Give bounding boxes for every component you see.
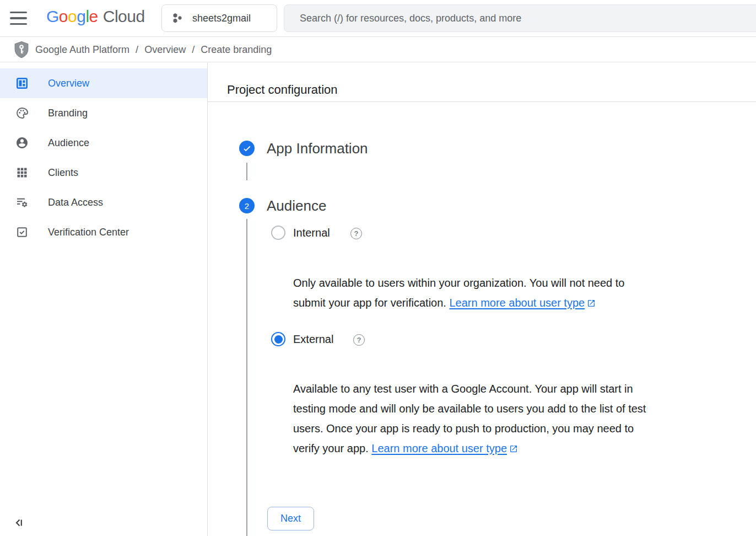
auth-platform-shield-icon [13,41,30,59]
sidebar-item-branding[interactable]: Branding [0,98,207,128]
project-name: sheets2gmail [192,13,251,24]
external-radio-label[interactable]: External [293,333,333,346]
help-glyph: ? [357,336,361,344]
account-icon [15,136,29,149]
external-radio-button[interactable] [271,332,285,346]
internal-description: Only available to users within your orga… [293,273,650,314]
step2-number: 2 [245,201,249,211]
next-button[interactable]: Next [267,507,314,530]
palette-icon [15,106,29,120]
sidebar-item-data-access[interactable]: Data Access [0,187,207,217]
project-hexagons-icon [171,12,184,25]
step2-title: Audience [267,197,326,215]
breadcrumb: Google Auth Platform / Overview / Create… [0,37,756,62]
logo-letter: e [89,7,98,26]
logo-letter: G [46,7,59,26]
menu-icon[interactable] [10,12,27,25]
sidebar: Overview Branding Audience [0,63,208,536]
step-connector [246,219,247,536]
page-title: Project configuration [227,83,338,97]
external-help-icon[interactable]: ? [353,334,365,346]
sidebar-item-label: Branding [48,108,88,119]
search-bar [284,4,756,32]
sidebar-item-label: Verification Center [48,227,129,238]
breadcrumb-item-auth-platform[interactable]: Google Auth Platform [35,44,129,56]
search-input[interactable] [284,13,756,24]
sidebar-item-clients[interactable]: Clients [0,158,207,187]
main-content: Project configuration App Information 2 … [208,63,756,536]
verification-checkbox-icon [15,226,29,239]
breadcrumb-separator: / [136,44,138,56]
sidebar-item-label: Overview [48,78,89,89]
internal-radio-label[interactable]: Internal [293,227,330,239]
external-link-icon [587,294,596,314]
internal-radio-button[interactable] [271,226,285,240]
breadcrumb-item-create-branding: Create branding [201,44,272,56]
apps-grid-icon [15,166,29,179]
step2-number-badge: 2 [239,198,255,213]
step1-title: App Information [267,140,368,157]
collapse-sidebar-icon[interactable] [12,516,26,530]
sidebar-item-overview[interactable]: Overview [0,68,207,98]
step1-complete-check-icon [239,141,255,156]
sidebar-item-label: Data Access [48,197,103,208]
project-selector-button[interactable]: sheets2gmail [161,4,277,32]
title-divider [208,101,756,102]
step-connector [246,163,247,180]
data-access-icon [15,196,29,209]
google-cloud-logo[interactable]: G o o g l e Cloud [46,7,145,26]
internal-learn-more-link[interactable]: Learn more about user type [449,297,585,309]
breadcrumb-item-overview[interactable]: Overview [144,44,186,56]
internal-help-icon[interactable]: ? [350,228,362,239]
top-bar: G o o g l e Cloud sheets2gmail [0,0,756,37]
sidebar-item-verification-center[interactable]: Verification Center [0,217,207,247]
sidebar-item-audience[interactable]: Audience [0,128,207,158]
external-link-icon [509,439,518,459]
logo-letter: o [68,7,77,26]
breadcrumb-separator: / [192,44,195,56]
logo-cloud-text: Cloud [103,7,145,26]
external-learn-more-link[interactable]: Learn more about user type [371,442,507,454]
sidebar-item-label: Clients [48,167,78,179]
logo-letter: o [59,7,68,26]
external-description: Available to any test user with a Google… [293,379,662,459]
sidebar-item-label: Audience [48,137,89,149]
dashboard-icon [15,77,29,90]
logo-letter: g [77,7,85,26]
help-glyph: ? [354,229,359,238]
